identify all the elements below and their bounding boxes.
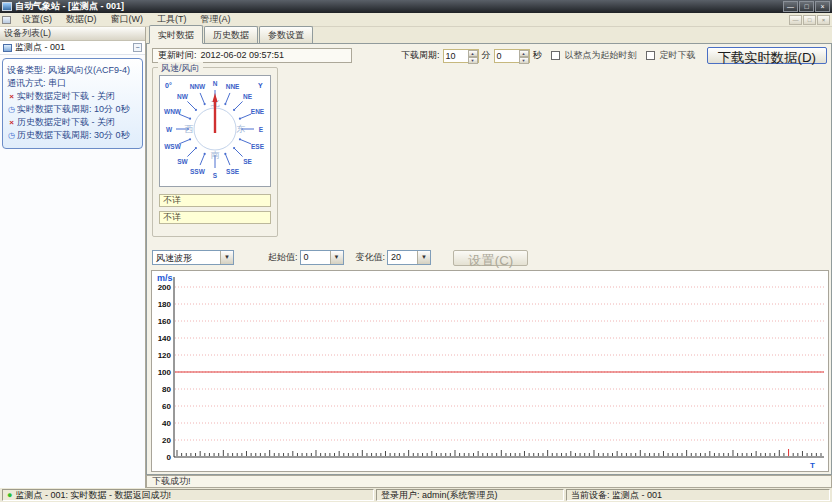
seconds-stepper[interactable]: 0 ▲▼ [494,49,530,63]
update-time-label: 更新时间: [158,49,197,62]
status-user-segment: 登录用户: admin(系统管理员) [376,489,564,501]
spin-down-icon[interactable]: ▼ [519,57,529,64]
minutes-spin-buttons[interactable]: ▲▼ [468,50,478,62]
seconds-spin-buttons[interactable]: ▲▼ [519,50,529,62]
start-value: 0 [301,251,330,264]
mdi-close-button[interactable]: × [817,15,830,25]
compass-tick-dot [224,153,226,155]
y-tick-label: 60 [162,402,171,411]
status-device-segment: 当前设备: 监测点 - 001 [566,489,830,501]
compass-dir-label: WSW [164,143,181,150]
main-area: 设备列表(L) 监测点 - 001 − 设备类型: 风速风向仪(ACF9-4) … [0,27,832,488]
waveform-select[interactable]: 风速波形 ▼ [152,250,234,265]
content-panel: 实时数据 历史数据 参数设置 更新时间: 2012-06-02 09:57:51… [146,27,832,488]
compass-degree-label: 0° [165,82,172,89]
device-node-icon [3,44,12,52]
wind-speed-field: 不详 [159,194,271,207]
compass-tick [225,154,230,165]
device-info-row: 通讯方式: 串口 [7,77,139,90]
start-on-hour-checkbox[interactable] [551,51,560,60]
app-icon [2,2,12,11]
device-info-row: × 实时数据定时下载 - 关闭 [7,90,139,103]
compass-tick-dot [195,147,197,149]
device-list-panel: 设备列表(L) 监测点 - 001 − 设备类型: 风速风向仪(ACF9-4) … [0,27,146,488]
seconds-value[interactable]: 0 [495,50,519,62]
download-realtime-data-button[interactable]: 下载实时数据(D) [707,47,827,64]
device-tree-label: 监测点 - 001 [15,41,133,54]
chart-controls: 风速波形 ▼ 起始值: 0 ▼ 变化值: 20 ▼ 设置(C) [152,249,528,266]
wind-gauge-title: 风速/风向 [158,62,203,75]
tab-parameter-settings[interactable]: 参数设置 [259,26,313,43]
chevron-down-icon[interactable]: ▼ [417,251,430,264]
chevron-down-icon[interactable]: ▼ [220,251,233,264]
update-time-value: 2012-06-02 09:57:51 [201,49,285,62]
tab-history-data[interactable]: 历史数据 [204,26,258,43]
timed-download-checkbox[interactable] [646,51,655,60]
device-tree-item[interactable]: 监测点 - 001 − [0,41,145,55]
device-info-row: × 历史数据定时下载 - 关闭 [7,116,139,129]
status-bar: ● 监测点 - 001: 实时数据 - 数据返回成功! 登录用户: admin(… [0,488,832,502]
minimize-button[interactable]: — [783,1,798,12]
compass-dir-label: E [259,126,264,133]
collapse-icon[interactable]: − [133,43,142,52]
compass-dir-label: ESE [251,143,265,150]
y-tick-label: 0 [167,453,172,462]
menu-settings[interactable]: 设置(S) [15,12,59,27]
start-value-select[interactable]: 0 ▼ [300,250,344,265]
compass-tick-dot [204,153,206,155]
page-toolbar: 更新时间: 2012-06-02 09:57:51 下载周期: 10 ▲▼ 分 … [152,47,827,64]
compass-tick-dot [239,138,241,140]
device-info-row: 设备类型: 风速风向仪(ACF9-4) [7,64,139,77]
menu-data[interactable]: 数据(D) [59,12,104,27]
chart-area: m/s 020406080100120140160180200T [151,270,829,472]
compass-tick-dot [224,103,226,105]
y-tick-label: 120 [158,351,172,360]
y-tick-label: 80 [162,385,171,394]
y-tick-label: 20 [162,436,171,445]
compass-dir-label: SW [177,158,188,165]
compass-tick-dot [233,109,235,111]
set-button[interactable]: 设置(C) [453,250,528,266]
compass-dir-label: W [166,126,173,133]
compass-tick-dot [204,103,206,105]
minutes-stepper[interactable]: 10 ▲▼ [443,49,479,63]
spin-up-icon[interactable]: ▲ [468,50,478,57]
timed-download-label: 定时下载 [660,49,696,62]
step-value-select[interactable]: 20 ▼ [387,250,431,265]
disabled-x-icon: × [7,90,16,103]
mdi-minimize-button[interactable]: — [789,15,802,25]
maximize-button[interactable]: □ [799,1,814,12]
compass-tick [225,93,230,104]
compass-cn-label: 西 [185,124,194,134]
compass-cn-label: 东 [236,124,246,134]
close-button[interactable]: × [815,1,830,12]
disabled-x-icon: × [7,116,16,129]
spin-up-icon[interactable]: ▲ [519,50,529,57]
wind-gauge-group: 风速/风向 NNNENEENEEESESESSESSSWSWWSWWWNWNWN… [152,67,278,237]
compass-tick-dot [239,118,241,120]
update-time-box: 更新时间: 2012-06-02 09:57:51 [152,48,352,63]
clock-icon: ◷ [7,103,16,116]
minutes-value[interactable]: 10 [444,50,468,62]
compass-tick [179,139,190,144]
compass-tick [234,101,242,109]
mdi-restore-button[interactable]: □ [803,15,816,25]
compass-dir-label: ENE [251,108,265,115]
compass-dir-label: S [213,172,218,179]
device-info-row: ◷ 实时数据下载周期: 10分 0秒 [7,103,139,116]
compass-dir-label: SE [243,158,252,165]
menu-bar: 设置(S) 数据(D) 窗口(W) 工具(T) 管理(A) — □ × [0,13,832,27]
menu-window[interactable]: 窗口(W) [104,12,151,27]
compass-cn-label: 南 [211,150,220,160]
compass-tick [240,114,251,119]
tab-bar: 实时数据 历史数据 参数设置 [146,27,832,43]
device-info-row: ◷ 历史数据下载周期: 30分 0秒 [7,129,139,142]
spin-down-icon[interactable]: ▼ [468,57,478,64]
mdi-child-icon [2,16,11,24]
download-period-label: 下载周期: [401,49,440,62]
chevron-down-icon[interactable]: ▼ [330,251,343,264]
tab-realtime-data[interactable]: 实时数据 [149,25,203,44]
compass-dir-label: SSW [190,168,206,175]
compass-tick-dot [233,147,235,149]
compass-tick-dot [189,118,191,120]
